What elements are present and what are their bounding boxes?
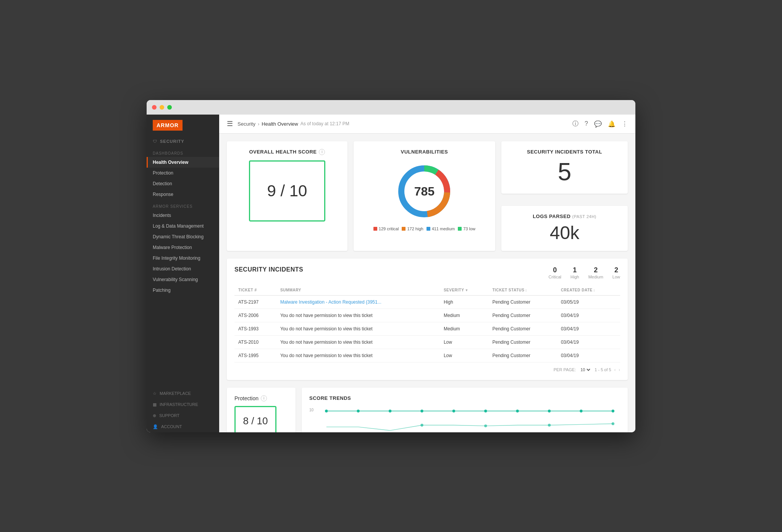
maximize-button[interactable] bbox=[167, 105, 172, 110]
svg-point-12 bbox=[580, 409, 582, 412]
sev-high: 1 High bbox=[570, 266, 579, 280]
sidebar-item-dynamic-threat[interactable]: Dynamic Threat Blocking bbox=[147, 231, 219, 242]
svg-point-7 bbox=[420, 409, 423, 412]
sidebar-item-patching[interactable]: Patching bbox=[147, 285, 219, 296]
sidebar-item-vulnerability[interactable]: Vulnerability Scanning bbox=[147, 274, 219, 285]
sidebar-item-intrusion[interactable]: Intrusion Detection bbox=[147, 264, 219, 274]
svg-point-4 bbox=[325, 409, 328, 412]
sidebar-item-response[interactable]: Response bbox=[147, 189, 219, 200]
sidebar-item-marketplace[interactable]: ☆ MARKETPLACE bbox=[147, 388, 219, 399]
sidebar-item-detection[interactable]: Detection bbox=[147, 178, 219, 189]
dashboards-label: DASHBOARDS bbox=[147, 147, 219, 157]
ticket-link-0[interactable]: Malware Investigation - Action Requested… bbox=[280, 299, 381, 305]
health-info-icon[interactable]: i bbox=[319, 149, 325, 155]
sidebar-item-account[interactable]: 👤 ACCOUNT bbox=[147, 421, 219, 432]
table-row: ATS-2197 Malware Investigation - Action … bbox=[234, 295, 620, 309]
sidebar-section-security[interactable]: 🛡 SECURITY bbox=[147, 136, 219, 147]
shield-icon: 🛡 bbox=[153, 139, 157, 144]
protection-info-icon[interactable]: i bbox=[261, 395, 267, 401]
titlebar bbox=[147, 100, 635, 115]
star-icon: ☆ bbox=[153, 391, 157, 396]
info-icon[interactable]: ⓘ bbox=[572, 120, 578, 128]
cell-created-4: 03/04/19 bbox=[557, 349, 620, 362]
next-page-button[interactable]: › bbox=[619, 367, 620, 372]
health-overview-label: Health Overview bbox=[153, 160, 188, 165]
sort-created-icon: ↕ bbox=[593, 288, 595, 292]
cards-row: OVERALL HEALTH SCORE i 9 / 10 VULNERABIL… bbox=[227, 141, 628, 251]
table-row: ATS-2010 You do not have permission to v… bbox=[234, 335, 620, 349]
col-severity[interactable]: SEVERITY▼ bbox=[440, 285, 489, 296]
incidents-total-card: SECURITY INCIDENTS TOTAL 5 bbox=[501, 141, 628, 194]
circle-icon: ⊕ bbox=[153, 413, 156, 418]
per-page-label: PER PAGE: bbox=[554, 367, 576, 372]
col-status[interactable]: TICKET STATUS↕ bbox=[488, 285, 557, 296]
logo[interactable]: ARMOR bbox=[153, 120, 183, 131]
cell-summary-0[interactable]: Malware Investigation - Action Requested… bbox=[276, 295, 440, 309]
logs-label: LOGS PARSED (PAST 24H) bbox=[509, 213, 620, 219]
close-button[interactable] bbox=[152, 105, 157, 110]
sidebar-item-file-integrity[interactable]: File Integrity Monitoring bbox=[147, 253, 219, 264]
hamburger-button[interactable]: ☰ bbox=[227, 120, 233, 128]
topbar: ☰ Security › Health Overview As of today… bbox=[219, 115, 635, 134]
table-footer: PER PAGE: 10 25 50 1 - 5 of 5 ‹ › bbox=[234, 362, 620, 372]
cell-summary-1: You do not have permission to view this … bbox=[276, 309, 440, 322]
section-header: SECURITY INCIDENTS 0 Critical 1 High bbox=[234, 266, 620, 280]
logo-area: ARMOR bbox=[147, 115, 219, 136]
health-score-box: 9 / 10 bbox=[249, 160, 325, 222]
app-window: ARMOR 🛡 SECURITY DASHBOARDS Health Overv… bbox=[147, 100, 635, 432]
sidebar-item-incidents[interactable]: Incidents bbox=[147, 210, 219, 221]
incidents-total-label: SECURITY INCIDENTS TOTAL bbox=[509, 149, 620, 155]
cell-severity-0: High bbox=[440, 295, 489, 309]
cell-created-3: 03/04/19 bbox=[557, 335, 620, 349]
help-icon[interactable]: ? bbox=[585, 120, 588, 127]
breadcrumb: Security › Health Overview As of today a… bbox=[238, 121, 349, 127]
cell-severity-4: Low bbox=[440, 349, 489, 362]
health-score-value: 9 / 10 bbox=[267, 182, 307, 200]
legend-critical: 129 critical bbox=[373, 226, 399, 231]
trends-title: SCORE TRENDS bbox=[309, 395, 620, 401]
breadcrumb-sub: As of today at 12:17 PM bbox=[301, 121, 349, 126]
svg-point-6 bbox=[389, 409, 391, 412]
response-label: Response bbox=[153, 192, 173, 197]
sidebar-item-malware[interactable]: Malware Protection bbox=[147, 242, 219, 253]
breadcrumb-root[interactable]: Security bbox=[238, 121, 255, 127]
grid-icon: ▦ bbox=[153, 402, 157, 407]
sidebar-item-support[interactable]: ⊕ SUPPORT bbox=[147, 410, 219, 421]
logs-number: 40k bbox=[509, 222, 620, 243]
topbar-icons: ⓘ ? 💬 🔔 ⋮ bbox=[572, 120, 628, 128]
sev-critical: 0 Critical bbox=[548, 266, 561, 280]
incidents-total-number: 5 bbox=[509, 158, 620, 186]
breadcrumb-separator: › bbox=[258, 121, 259, 127]
chat-icon[interactable]: 💬 bbox=[594, 120, 602, 128]
col-created[interactable]: CREATED DATE↕ bbox=[557, 285, 620, 296]
bell-icon[interactable]: 🔔 bbox=[608, 120, 616, 128]
trends-chart-svg bbox=[316, 406, 620, 432]
detection-label: Detection bbox=[153, 181, 172, 186]
right-stack: SECURITY INCIDENTS TOTAL 5 LOGS PARSED (… bbox=[501, 141, 628, 251]
prev-page-button[interactable]: ‹ bbox=[614, 367, 616, 372]
svg-point-8 bbox=[452, 409, 455, 412]
col-summary: SUMMARY bbox=[276, 285, 440, 296]
logs-parsed-card: LOGS PARSED (PAST 24H) 40k bbox=[501, 206, 628, 251]
trends-y-label: 10 bbox=[309, 408, 313, 412]
sidebar-item-protection[interactable]: Protection bbox=[147, 168, 219, 178]
vuln-total: 785 bbox=[414, 184, 435, 198]
sidebar-item-log-data[interactable]: Log & Data Management bbox=[147, 221, 219, 231]
health-score-title: OVERALL HEALTH SCORE bbox=[249, 149, 317, 155]
app-body: ARMOR 🛡 SECURITY DASHBOARDS Health Overv… bbox=[147, 115, 635, 432]
sidebar-item-infrastructure[interactable]: ▦ INFRASTRUCTURE bbox=[147, 399, 219, 410]
cell-status-0: Pending Customer bbox=[488, 295, 557, 309]
sidebar-item-health-overview[interactable]: Health Overview bbox=[147, 157, 219, 168]
minimize-button[interactable] bbox=[160, 105, 164, 110]
breadcrumb-current: Health Overview bbox=[262, 121, 298, 127]
per-page-select[interactable]: 10 25 50 bbox=[579, 367, 591, 372]
protection-score-value: 8 / 10 bbox=[243, 415, 268, 427]
table-header-row: TICKET # SUMMARY SEVERITY▼ TICKET STATUS… bbox=[234, 285, 620, 296]
sort-severity-icon: ▼ bbox=[465, 288, 468, 292]
cell-ticket-3: ATS-2010 bbox=[234, 335, 276, 349]
cell-ticket-0: ATS-2197 bbox=[234, 295, 276, 309]
severity-summary: 0 Critical 1 High 2 Medium bbox=[548, 266, 620, 280]
svg-point-16 bbox=[548, 424, 551, 426]
table-row: ATS-2006 You do not have permission to v… bbox=[234, 309, 620, 322]
more-icon[interactable]: ⋮ bbox=[622, 120, 628, 128]
